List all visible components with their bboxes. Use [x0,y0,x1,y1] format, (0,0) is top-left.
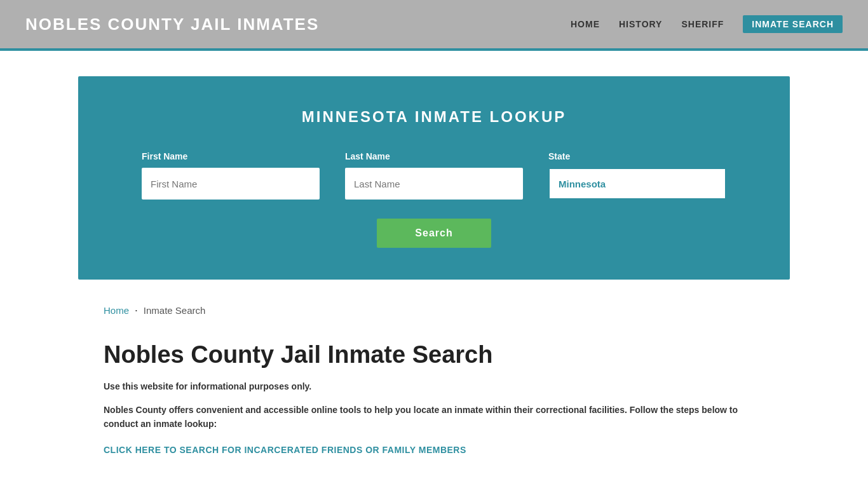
site-header: NOBLES COUNTY JAIL INMATES HOME HISTORY … [0,0,868,51]
search-button[interactable]: Search [377,219,491,248]
search-fields-row: First Name Last Name State [104,151,764,200]
search-banner: MINNESOTA INMATE LOOKUP First Name Last … [78,76,790,280]
search-button-row: Search [104,219,764,248]
nav-home[interactable]: HOME [571,19,600,29]
last-name-label: Last Name [345,151,523,161]
main-nav: HOME HISTORY SHERIFF INMATE SEARCH [571,15,843,33]
last-name-group: Last Name [345,151,523,200]
page-heading: Nobles County Jail Inmate Search [104,341,764,369]
nav-inmate-search[interactable]: INMATE SEARCH [743,15,843,33]
first-name-input[interactable] [142,168,320,200]
main-content: Home • Inmate Search Nobles County Jail … [78,305,790,481]
nav-sheriff[interactable]: SHERIFF [681,19,724,29]
disclaimer-text: Use this website for informational purpo… [104,381,764,391]
first-name-label: First Name [142,151,320,161]
breadcrumb-current-page: Inmate Search [144,305,206,316]
breadcrumb: Home • Inmate Search [104,305,764,316]
breadcrumb-home-link[interactable]: Home [104,305,129,316]
description-text: Nobles County offers convenient and acce… [104,403,764,431]
first-name-group: First Name [142,151,320,200]
nav-history[interactable]: HISTORY [619,19,662,29]
state-group: State [548,151,726,200]
banner-title: MINNESOTA INMATE LOOKUP [104,108,764,126]
site-title: NOBLES COUNTY JAIL INMATES [25,15,319,34]
breadcrumb-separator: • [135,308,137,313]
state-label: State [548,151,726,161]
last-name-input[interactable] [345,168,523,200]
state-input[interactable] [548,168,726,200]
cta-link[interactable]: CLICK HERE to Search for Incarcerated Fr… [104,445,466,455]
